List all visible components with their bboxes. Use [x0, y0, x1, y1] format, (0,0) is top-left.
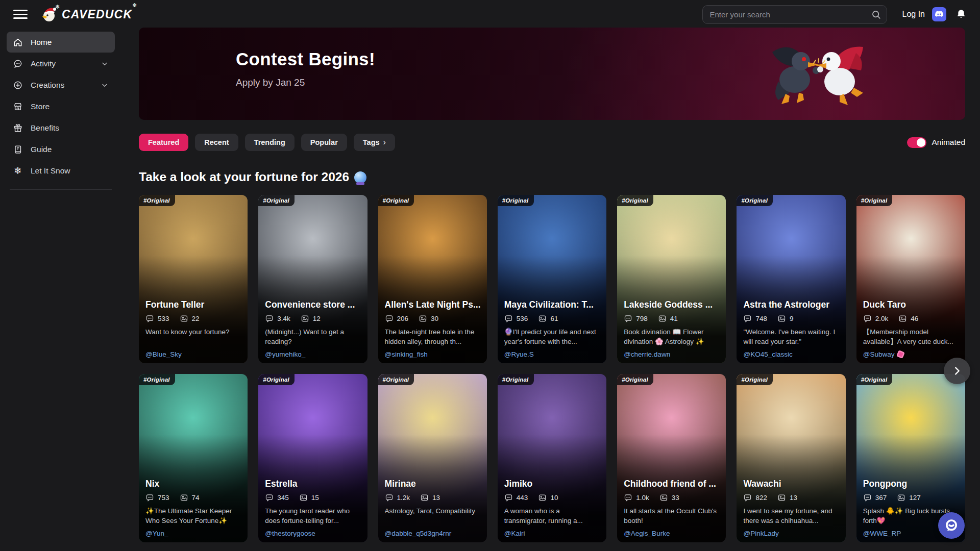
character-card[interactable]: #Original Wawachi 822	[737, 374, 845, 542]
banner-subtitle: Apply by Jan 25	[236, 77, 375, 88]
filter-pill-featured[interactable]: Featured	[139, 134, 188, 151]
snowflake-icon: ❄	[13, 166, 23, 176]
chat-bubble-icon	[944, 518, 959, 533]
card-description: It all starts at the Occult Club's booth…	[624, 507, 719, 526]
sidebar-item-home[interactable]: Home	[7, 32, 115, 53]
image-count-value: 127	[909, 494, 921, 502]
card-author[interactable]: @cherrie.dawn	[624, 350, 719, 358]
sidebar-item-let-it-snow[interactable]: ❄ Let It Snow	[7, 160, 115, 181]
sidebar-item-guide[interactable]: Guide	[7, 139, 115, 160]
support-chat-button[interactable]	[938, 512, 965, 539]
store-icon	[13, 102, 23, 112]
card-title: Pongpong	[863, 479, 959, 489]
character-card[interactable]: #Original Fortune Teller 533	[139, 195, 248, 363]
card-stats: 345 15	[265, 493, 360, 502]
filter-pill-recent[interactable]: Recent	[195, 134, 238, 151]
comment-icon	[145, 314, 154, 323]
image-count-value: 15	[311, 494, 319, 502]
card-author[interactable]: @sinking_fish	[385, 350, 480, 358]
original-badge: #Original	[856, 374, 893, 385]
chevron-down-icon	[101, 81, 109, 89]
animated-toggle[interactable]: Animated	[907, 137, 965, 148]
comment-count: 3.4k	[265, 314, 290, 323]
card-stats: 367 127	[863, 493, 959, 502]
character-card[interactable]: #Original Childhood friend of ... 1.0k	[617, 374, 726, 542]
filter-pill-trending[interactable]: Trending	[245, 134, 295, 151]
sidebar-item-store[interactable]: Store	[7, 96, 115, 117]
search-icon[interactable]	[871, 9, 881, 20]
image-icon	[420, 493, 429, 502]
original-badge: #Original	[856, 195, 893, 206]
hamburger-menu-icon[interactable]	[13, 7, 28, 22]
comment-count: 748	[743, 314, 767, 323]
sidebar-item-activity[interactable]: Activity	[7, 53, 115, 74]
card-author[interactable]: @Yun_	[145, 530, 241, 537]
card-author[interactable]: @KO45_classic	[743, 350, 839, 358]
original-badge: #Original	[737, 195, 773, 206]
author-handle: @Aegis_Burke	[624, 530, 670, 537]
original-badge: #Original	[139, 195, 175, 206]
character-card[interactable]: #Original Nix 753	[139, 374, 248, 542]
comment-count: 2.0k	[863, 314, 889, 323]
card-author[interactable]: @dabble_q5d3gn4rnr	[385, 530, 480, 537]
card-author[interactable]: @Blue_Sky	[145, 350, 241, 358]
card-description: A woman who is a transmigrator, running …	[504, 507, 600, 526]
filter-pill-tags[interactable]: Tags ›	[354, 134, 395, 151]
comment-icon	[265, 314, 274, 323]
card-stats: 536 61	[504, 314, 600, 323]
card-title: Astra the Astrologer	[743, 299, 839, 310]
discord-icon[interactable]	[932, 7, 946, 21]
comment-count: 345	[265, 493, 289, 502]
original-badge: #Original	[258, 374, 295, 385]
carousel-next-button[interactable]	[944, 358, 970, 384]
sidebar-item-benefits[interactable]: Benefits	[7, 117, 115, 138]
image-icon	[897, 493, 905, 502]
card-body: Jimiko 443 10	[504, 479, 600, 537]
contest-ducks-illustration	[763, 33, 870, 114]
image-count: 13	[420, 493, 440, 502]
comment-count-value: 206	[397, 315, 409, 322]
card-body: Duck Taro 2.0k 46	[863, 299, 959, 358]
author-handle: @sinking_fish	[385, 350, 428, 358]
card-body: Fortune Teller 533 22	[145, 299, 241, 358]
card-author[interactable]: @yumehiko_	[265, 350, 360, 358]
benefits-icon	[13, 123, 23, 133]
contest-banner[interactable]: Contest Begins! Apply by Jan 25	[139, 28, 965, 120]
character-card[interactable]: #Original Mirinae 1.2k	[378, 374, 487, 542]
card-author[interactable]: @Kairi	[504, 530, 600, 537]
comment-count: 367	[863, 493, 887, 502]
notification-bell-icon[interactable]	[955, 9, 967, 20]
chevron-right-icon	[951, 365, 963, 377]
character-card[interactable]: #Original Astra the Astrologer 748	[737, 195, 845, 363]
character-card[interactable]: #Original Jimiko 443	[498, 374, 606, 542]
character-card[interactable]: #Original Estrella 345	[258, 374, 367, 542]
sidebar-item-creations[interactable]: Creations	[7, 74, 115, 95]
card-author[interactable]: @Subway	[863, 350, 959, 358]
character-card[interactable]: #Original Lakeside Goddess ... 798	[617, 195, 726, 363]
character-card[interactable]: #Original Duck Taro 2.0k	[856, 195, 965, 363]
card-body: Maya Civilization: T... 536	[504, 299, 600, 358]
author-handle: @cherrie.dawn	[624, 350, 670, 358]
image-count: 15	[299, 493, 319, 502]
original-badge: #Original	[498, 374, 534, 385]
card-description: Book divination 📖 Flower divination 🌸 As…	[624, 328, 719, 347]
card-author[interactable]: @PinkLady	[743, 530, 839, 537]
login-button[interactable]: Log In	[902, 10, 925, 19]
author-handle: @Yun_	[145, 530, 168, 537]
filter-pill-popular[interactable]: Popular	[301, 134, 347, 151]
image-icon	[299, 493, 308, 502]
card-title: Jimiko	[504, 479, 600, 489]
search-input[interactable]	[702, 5, 887, 24]
card-author[interactable]: @thestorygoose	[265, 530, 360, 537]
character-card[interactable]: #Original Maya Civilization: T... 536	[498, 195, 606, 363]
card-body: Lakeside Goddess ... 798	[624, 299, 719, 358]
comment-count-value: 822	[755, 494, 767, 502]
card-author[interactable]: @Aegis_Burke	[624, 530, 719, 537]
character-card[interactable]: #Original Convenience store ... 3.4k	[258, 195, 367, 363]
character-card[interactable]: #Original Allen's Late Night Ps... 206	[378, 195, 487, 363]
toggle-track[interactable]	[907, 137, 926, 148]
comment-count-value: 2.0k	[875, 315, 889, 322]
card-description: ✨The Ultimate Star Keeper Who Sees Your …	[145, 507, 241, 526]
app-logo[interactable]: CAVEDUCK ❄ ❄	[41, 6, 132, 23]
card-author[interactable]: @Ryue.S	[504, 350, 600, 358]
